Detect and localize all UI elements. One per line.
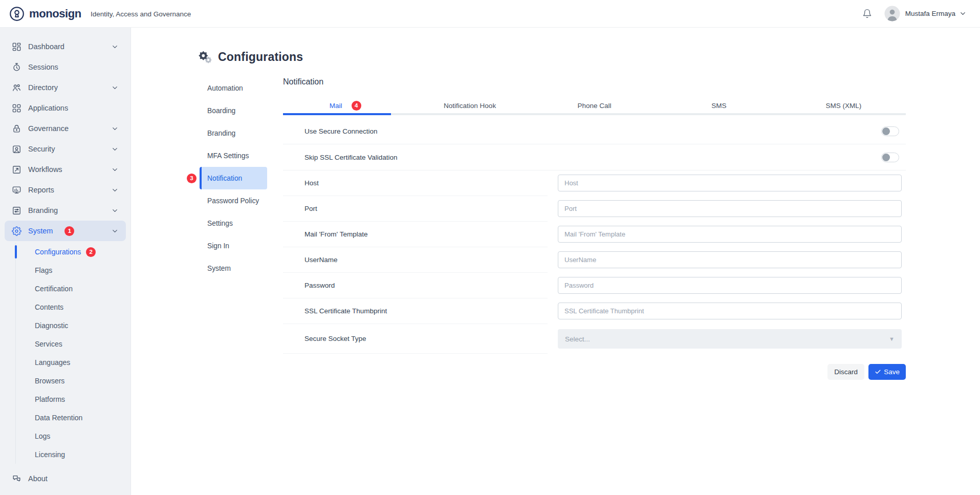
discard-button[interactable]: Discard: [827, 364, 864, 380]
field-label-cell: SSL Certificate Thumbprint: [283, 298, 548, 324]
text-input[interactable]: [558, 200, 902, 217]
field-label-cell: Password: [283, 273, 548, 298]
subnav-item-label: Contents: [35, 303, 63, 311]
sidebar-item[interactable]: Security: [5, 139, 126, 159]
mail-settings-form: Use Secure Connection Skip SSL Certifica…: [283, 118, 906, 380]
chevron-down-icon: [111, 84, 119, 92]
text-input[interactable]: [558, 175, 902, 191]
sidebar-item[interactable]: System 1: [5, 221, 126, 241]
section-nav-item[interactable]: Sign In: [200, 234, 267, 257]
field-row: Password: [283, 273, 906, 298]
chevron-down-icon: [111, 227, 119, 235]
subnav-item[interactable]: Browsers: [16, 372, 130, 390]
sidebar-item-icon: [12, 165, 21, 175]
sidebar-item[interactable]: Dashboard: [5, 36, 126, 57]
tab-label: Phone Call: [577, 102, 611, 110]
sidebar-item[interactable]: Governance: [5, 118, 126, 139]
sidebar-item[interactable]: Sessions: [5, 57, 126, 77]
sidebar-item[interactable]: Reports: [5, 180, 126, 200]
sidebar-item-label: Directory: [28, 83, 58, 92]
sidebar-item-label: Dashboard: [28, 42, 64, 51]
field-label: Port: [304, 205, 317, 212]
field-label-cell: Port: [283, 196, 548, 222]
section-nav-label: Password Policy: [207, 197, 259, 205]
sidebar-item[interactable]: Workflows: [5, 159, 126, 180]
subnav-item[interactable]: Licensing: [16, 445, 130, 464]
field-label: Host: [304, 179, 319, 187]
active-tab-underline: [283, 113, 391, 115]
section-nav-item[interactable]: MFA Settings: [200, 144, 267, 167]
tab[interactable]: SMS: [657, 99, 781, 112]
tab[interactable]: Notification Hook: [407, 99, 532, 112]
field-row: Port: [283, 196, 906, 222]
sidebar-item-about[interactable]: About: [5, 468, 126, 489]
sidebar-item-icon: [12, 185, 21, 195]
tab[interactable]: Mail 4: [283, 99, 407, 112]
sidebar-item-icon: [12, 42, 21, 52]
toggle-switch[interactable]: [881, 126, 899, 136]
tab[interactable]: SMS (XML): [781, 99, 906, 112]
section-nav-item[interactable]: Boarding: [200, 99, 267, 122]
subnav-item[interactable]: Platforms: [16, 390, 130, 408]
step-badge: 4: [352, 101, 361, 111]
field-row: Host: [283, 170, 906, 196]
sidebar-item-icon: [12, 144, 21, 154]
section-nav-item[interactable]: Password Policy: [200, 189, 267, 212]
section-nav-label: Boarding: [207, 107, 235, 115]
sidebar-item-label: Applications: [28, 104, 68, 112]
text-input[interactable]: [558, 251, 902, 268]
subnav-item[interactable]: Services: [16, 335, 130, 353]
chevron-down-icon: [111, 125, 119, 133]
section-nav-label: Sign In: [207, 242, 229, 250]
sidebar-item[interactable]: Branding: [5, 200, 126, 221]
chevron-down-icon: [111, 166, 119, 174]
avatar[interactable]: [884, 6, 900, 21]
subnav-item-label: Platforms: [35, 395, 65, 403]
page-title-text: Configurations: [218, 50, 303, 64]
section-nav-item[interactable]: Branding: [200, 122, 267, 144]
form-actions: Discard Save: [283, 364, 906, 380]
save-button[interactable]: Save: [868, 364, 906, 380]
subnav-item[interactable]: Logs: [16, 427, 130, 445]
subnav-item[interactable]: Diagnostic: [16, 316, 130, 335]
subnav-item[interactable]: Configurations 2: [16, 243, 130, 261]
subnav-item-label: Diagnostic: [35, 321, 68, 330]
subnav-item[interactable]: Certification: [16, 279, 130, 298]
section-nav-item[interactable]: Automation: [200, 77, 267, 99]
gears-icon: [198, 51, 212, 64]
section-nav-item[interactable]: 3 Notification: [200, 167, 267, 189]
field-label-cell: UserName: [283, 247, 548, 273]
check-icon: [875, 369, 881, 375]
chevron-down-icon: [111, 186, 119, 194]
toggle-switch[interactable]: [881, 153, 899, 162]
subnav-item[interactable]: Languages: [16, 353, 130, 372]
section-nav-label: Notification: [207, 175, 242, 182]
sidebar-item[interactable]: Applications: [5, 98, 126, 118]
text-input[interactable]: [558, 277, 902, 294]
sidebar-item-label: Branding: [28, 206, 58, 214]
section-nav-item[interactable]: System: [200, 257, 267, 279]
text-input[interactable]: [558, 226, 902, 243]
sidebar-item[interactable]: Directory: [5, 77, 126, 98]
tab[interactable]: Phone Call: [532, 99, 657, 112]
text-input[interactable]: [558, 303, 902, 319]
brand-logo[interactable]: monosign Identity, Access and Governance: [9, 6, 191, 21]
bell-icon[interactable]: [862, 9, 872, 18]
secure-socket-type-select[interactable]: Select... ▼: [558, 329, 902, 349]
section-nav-item[interactable]: Settings: [200, 212, 267, 234]
keyhole-logo-icon: [9, 6, 25, 21]
sidebar-item-label: System: [28, 227, 53, 235]
section-nav-label: MFA Settings: [207, 152, 249, 160]
section-nav-label: System: [207, 265, 231, 272]
field-label: SSL Certificate Thumbprint: [304, 307, 387, 315]
field-label: Mail 'From' Template: [304, 230, 367, 238]
chevron-down-icon[interactable]: [959, 10, 967, 17]
subnav-item[interactable]: Contents: [16, 298, 130, 316]
sidebar-item-label: Reports: [28, 186, 54, 194]
section-nav-label: Settings: [207, 220, 233, 227]
user-name[interactable]: Mustafa Ermaya: [905, 10, 955, 17]
step-badge: 2: [86, 247, 96, 257]
chevron-down-icon: [111, 207, 119, 214]
subnav-item[interactable]: Flags: [16, 261, 130, 279]
subnav-item[interactable]: Data Retention: [16, 408, 130, 427]
